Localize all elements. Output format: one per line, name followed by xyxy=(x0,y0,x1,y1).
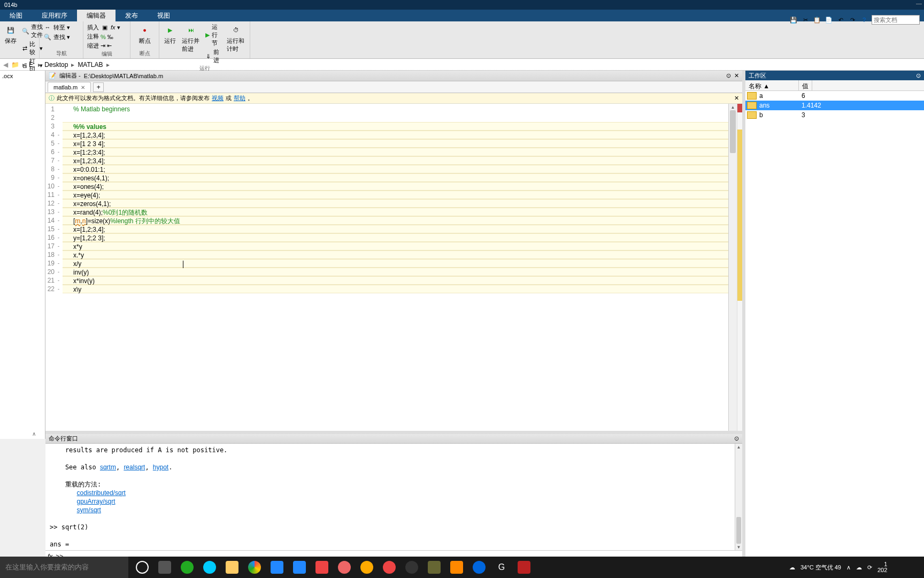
close-tab-icon[interactable]: ✕ xyxy=(81,85,85,90)
scroll-up-icon[interactable]: ▲ xyxy=(735,444,742,450)
maximize-icon[interactable]: ⊙ xyxy=(726,72,731,79)
taskview-icon[interactable] xyxy=(158,561,171,574)
app2-icon[interactable] xyxy=(338,561,351,574)
indent-button[interactable]: 缩进 ⇥ ⇤ xyxy=(87,41,121,50)
edge-icon[interactable] xyxy=(203,561,216,574)
store-icon[interactable] xyxy=(271,561,283,574)
quick-access-toolbar: 💾 ✂ 📋 📄 ↶ ↷ ? xyxy=(789,15,920,25)
code-text[interactable]: % Matlab beginners%% valuesx=[1,2,3,4];x… xyxy=(63,104,728,439)
indent-label: 缩进 xyxy=(87,42,99,50)
folder-icon[interactable]: 📁 xyxy=(11,61,19,69)
matlab-icon[interactable] xyxy=(450,561,463,574)
app5-icon[interactable] xyxy=(473,561,486,574)
run-time-button[interactable]: ⏱运行和计时 xyxy=(226,22,247,65)
col-name[interactable]: 名称 ▲ xyxy=(745,80,799,90)
mail-icon[interactable] xyxy=(293,561,306,574)
file-item[interactable]: .ocx xyxy=(2,73,43,79)
advance-button[interactable]: ⇓前进 xyxy=(205,48,223,65)
taskbar-search-placeholder: 在这里输入你要搜索的内容 xyxy=(5,562,89,572)
chrome-icon[interactable] xyxy=(248,561,261,574)
wps-icon[interactable] xyxy=(315,561,328,574)
breakpoint-button[interactable]: ● 断点 xyxy=(134,22,156,46)
line-gutter: 1234-5-6-7-8-9-10-11-12-13-14-15-16-17-1… xyxy=(45,104,63,439)
var-name: ans xyxy=(758,102,798,109)
cortana-icon[interactable] xyxy=(136,561,149,574)
scroll-thumb[interactable] xyxy=(730,110,736,153)
breakpoint-icon: ● xyxy=(138,24,151,36)
explorer-icon[interactable] xyxy=(226,561,238,574)
advance-label: 前进 xyxy=(213,48,222,64)
tab-plot[interactable]: 绘图 xyxy=(0,10,32,21)
find-button[interactable]: 🔍查找 ▾ xyxy=(43,32,71,42)
workspace-title: 工作区 xyxy=(749,72,766,80)
scroll-up-icon[interactable]: ▲ xyxy=(729,104,737,110)
app6-icon[interactable]: G xyxy=(495,561,508,574)
path-seg-desktop[interactable]: Desktop xyxy=(44,61,68,69)
redo-icon[interactable]: ↷ xyxy=(848,16,857,24)
umbrella-icon[interactable] xyxy=(360,561,373,574)
code-editor[interactable]: 1234-5-6-7-8-9-10-11-12-13-14-15-16-17-1… xyxy=(45,104,742,439)
tab-publish[interactable]: 发布 xyxy=(116,10,148,21)
code-minimap[interactable] xyxy=(737,104,742,439)
scroll-thumb[interactable] xyxy=(736,517,741,544)
windows-taskbar: 在这里输入你要搜索的内容 G ☁ 34°C 空气优 49 ∧ ☁ ⟳ 1 202 xyxy=(0,557,924,578)
comment-button[interactable]: 注释 % ‰ xyxy=(87,32,121,41)
help-link[interactable]: 帮助 xyxy=(234,94,245,102)
doc-search-input[interactable] xyxy=(872,15,920,25)
minimize-icon[interactable]: — xyxy=(916,0,922,6)
run-section-button[interactable]: ▶运行节 xyxy=(205,22,223,48)
comment-label: 注释 xyxy=(87,33,99,41)
cut-icon[interactable]: ✂ xyxy=(801,16,810,24)
col-value[interactable]: 值 xyxy=(799,80,812,90)
goto-button[interactable]: ↔转至 ▾ xyxy=(43,22,71,32)
editor-scrollbar[interactable]: ▲ ▼ xyxy=(728,104,737,439)
video-link[interactable]: 视频 xyxy=(212,94,224,102)
new-tab-button[interactable]: + xyxy=(93,82,104,92)
tab-view[interactable]: 视图 xyxy=(148,10,180,21)
scroll-down-icon[interactable]: ▼ xyxy=(735,544,742,550)
tray-expand-icon[interactable]: ∧ xyxy=(846,564,851,571)
app4-icon[interactable] xyxy=(428,561,441,574)
workspace-row[interactable]: b3 xyxy=(745,110,924,120)
path-seg-drive[interactable]: E: xyxy=(29,61,35,69)
app3-icon[interactable] xyxy=(383,561,396,574)
save-label: 保存 xyxy=(5,37,17,45)
tray-icon[interactable]: ⟳ xyxy=(867,564,872,571)
workspace-row[interactable]: a6 xyxy=(745,91,924,101)
tab-editor[interactable]: 编辑器 xyxy=(77,10,116,21)
weather-icon[interactable]: ☁ xyxy=(789,564,795,571)
tab-apps[interactable]: 应用程序 xyxy=(32,10,77,21)
app-icon[interactable] xyxy=(181,561,194,574)
compare-label: 比较 xyxy=(29,40,38,56)
run-button[interactable]: ▶运行 xyxy=(163,22,178,65)
paste-icon[interactable]: 📄 xyxy=(825,16,833,24)
cmd-scrollbar[interactable]: ▲ ▼ xyxy=(735,444,742,550)
run-advance-button[interactable]: ⏭运行并前进 xyxy=(181,22,202,65)
var-icon xyxy=(747,102,757,109)
workspace-header: 名称 ▲ 值 xyxy=(745,80,924,91)
copy-icon[interactable]: 📋 xyxy=(813,16,821,24)
amd-icon[interactable] xyxy=(518,561,530,574)
back-icon[interactable]: ◀ xyxy=(3,61,8,69)
ws-dock-icon[interactable]: ⊙ xyxy=(916,72,921,79)
group-bp-label: 断点 xyxy=(134,50,156,57)
weather-text[interactable]: 34°C 空气优 49 xyxy=(800,564,841,572)
close-infobar-icon[interactable]: ✕ xyxy=(734,95,739,102)
goto-label: 转至 xyxy=(53,24,65,32)
help-icon[interactable]: ? xyxy=(860,16,868,24)
clock[interactable]: 1 202 xyxy=(877,561,887,573)
workspace-row[interactable]: ans1.4142 xyxy=(745,101,924,110)
onedrive-icon[interactable]: ☁ xyxy=(856,564,862,571)
command-output[interactable]: results are produced if A is not positiv… xyxy=(45,444,742,550)
obs-icon[interactable] xyxy=(405,561,418,574)
save-icon[interactable]: 💾 xyxy=(789,16,798,24)
insert-button[interactable]: 插入 ▣ fx ▾ xyxy=(87,22,121,32)
file-tab[interactable]: matlab.m ✕ xyxy=(48,82,91,92)
taskbar-search[interactable]: 在这里输入你要搜索的内容 xyxy=(0,557,128,578)
path-seg-matlab[interactable]: MATLAB xyxy=(78,61,103,69)
expand-icon[interactable]: ∧ xyxy=(32,431,36,437)
var-value: 6 xyxy=(798,92,805,100)
close-editor-icon[interactable]: ✕ xyxy=(734,72,739,79)
undo-icon[interactable]: ↶ xyxy=(836,16,845,24)
cmd-dock-icon[interactable]: ⊙ xyxy=(734,435,739,442)
